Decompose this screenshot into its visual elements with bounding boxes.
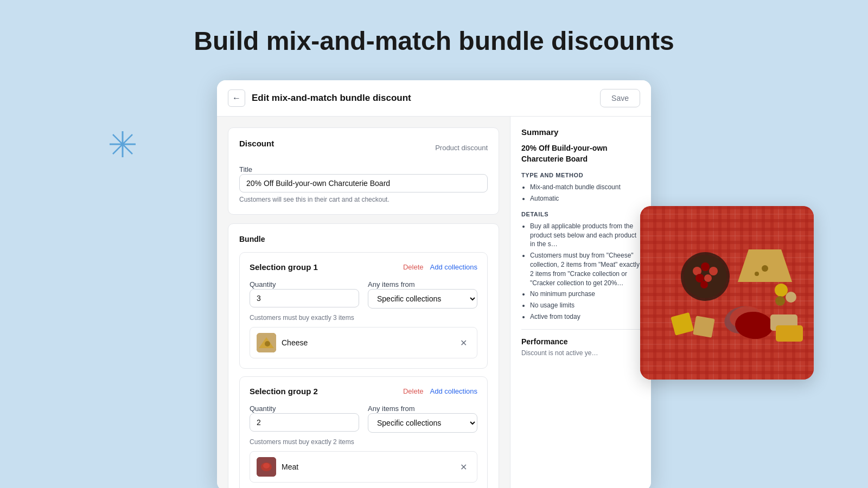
type-method-list: Mix-and-match bundle discount Automatic xyxy=(521,183,640,203)
summary-divider xyxy=(521,329,640,330)
group1-add-collections[interactable]: Add collections xyxy=(430,263,477,271)
svg-point-29 xyxy=(704,274,712,282)
performance-text: Discount is not active ye… xyxy=(521,349,640,357)
title-helper-text: Customers will see this in their cart an… xyxy=(239,196,488,203)
details-item-1: Buy all applicable products from the pro… xyxy=(530,222,640,249)
group2-qty-input[interactable] xyxy=(250,413,359,432)
group1-from-field: Any items from Specific collections xyxy=(368,279,477,309)
svg-rect-36 xyxy=(693,316,715,338)
group2-actions: Delete Add collections xyxy=(403,387,477,395)
group2-from-select[interactable]: Specific collections xyxy=(368,413,477,433)
svg-point-30 xyxy=(700,281,708,288)
group1-qty-input[interactable] xyxy=(250,289,359,307)
selection-group-1: Selection group 1 Delete Add collections… xyxy=(239,252,488,369)
modal-header: ← Edit mix-and-match bundle discount Sav… xyxy=(217,80,651,117)
group2-add-collections[interactable]: Add collections xyxy=(430,387,477,395)
svg-point-10 xyxy=(265,341,270,346)
discount-section: Discount Product discount Title Customer… xyxy=(228,127,499,215)
bundle-section-title: Bundle xyxy=(239,235,488,243)
modal-body: Discount Product discount Title Customer… xyxy=(217,117,651,488)
group1-from-select[interactable]: Specific collections xyxy=(368,289,477,309)
group2-qty-field: Quantity xyxy=(250,403,359,433)
cheese-remove-button[interactable]: ✕ xyxy=(457,337,470,349)
details-item-2: Customers must buy from "Cheese" collect… xyxy=(530,251,640,287)
charcuterie-svg xyxy=(640,206,814,380)
svg-point-27 xyxy=(709,267,718,275)
svg-point-43 xyxy=(786,292,796,303)
cheese-name: Cheese xyxy=(282,338,308,347)
svg-point-34 xyxy=(755,272,759,276)
meat-remove-button[interactable]: ✕ xyxy=(457,461,470,473)
group1-must-buy: Customers must buy exactly 3 items xyxy=(250,314,477,322)
summary-panel: Summary 20% Off Build-your-own Charcuter… xyxy=(510,117,651,488)
group2-must-buy: Customers must buy exactly 2 items xyxy=(250,438,477,446)
star-decoration-left xyxy=(108,130,137,163)
group2-qty-label: Quantity xyxy=(250,404,276,413)
group1-qty-label: Quantity xyxy=(250,280,276,288)
selection-group-2: Selection group 2 Delete Add collections… xyxy=(239,376,488,488)
svg-point-33 xyxy=(762,265,768,272)
photo-background xyxy=(640,206,814,380)
group1-title: Selection group 1 xyxy=(250,262,318,272)
group2-header: Selection group 2 Delete Add collections xyxy=(250,387,477,396)
group2-fields: Quantity Any items from Specific collect… xyxy=(250,403,477,433)
discount-type-label: Product discount xyxy=(435,144,488,152)
group1-qty-field: Quantity xyxy=(250,279,359,309)
bundle-section: Bundle Selection group 1 Delete Add coll… xyxy=(228,223,499,488)
svg-point-44 xyxy=(775,296,785,306)
details-item-5: Active from today xyxy=(530,312,640,322)
details-list: Buy all applicable products from the pro… xyxy=(521,222,640,322)
performance-title: Performance xyxy=(521,337,640,346)
group2-meat-left: Meat xyxy=(257,457,298,477)
group1-cheese-item: Cheese ✕ xyxy=(250,327,477,358)
modal-header-left: ← Edit mix-and-match bundle discount xyxy=(228,89,411,107)
title-field: Title Customers will see this in their c… xyxy=(239,164,488,203)
svg-rect-41 xyxy=(776,325,803,342)
page-title: Build mix-and-match bundle discounts xyxy=(0,0,868,73)
svg-point-26 xyxy=(701,262,710,271)
main-panel: Discount Product discount Title Customer… xyxy=(217,117,510,488)
group2-delete[interactable]: Delete xyxy=(403,387,424,395)
group1-actions: Delete Add collections xyxy=(403,263,477,271)
cheese-thumb xyxy=(257,333,276,352)
modal-title: Edit mix-and-match bundle discount xyxy=(252,93,411,104)
title-field-label: Title xyxy=(239,165,252,174)
meat-name: Meat xyxy=(282,463,298,471)
group1-header: Selection group 1 Delete Add collections xyxy=(250,262,477,272)
details-label: DETAILS xyxy=(521,211,640,217)
group1-fields: Quantity Any items from Specific collect… xyxy=(250,279,477,309)
group2-meat-item: Meat ✕ xyxy=(250,451,477,483)
type-item-1: Mix-and-match bundle discount xyxy=(530,183,640,192)
group1-delete[interactable]: Delete xyxy=(403,263,424,271)
save-button[interactable]: Save xyxy=(600,89,640,107)
group1-from-label: Any items from xyxy=(368,280,415,288)
summary-discount-name: 20% Off Build-your-own Charcuterie Board xyxy=(521,143,640,164)
meat-thumb xyxy=(257,457,276,477)
details-item-4: No usage limits xyxy=(530,301,640,310)
group2-from-field: Any items from Specific collections xyxy=(368,403,477,433)
type-method-label: TYPE AND METHOD xyxy=(521,172,640,178)
title-input[interactable] xyxy=(239,174,488,192)
group2-from-label: Any items from xyxy=(368,404,415,413)
discount-section-title: Discount xyxy=(239,139,274,148)
group2-title: Selection group 2 xyxy=(250,387,318,396)
svg-point-42 xyxy=(775,284,788,297)
charcuterie-photo xyxy=(640,206,814,380)
type-item-2: Automatic xyxy=(530,194,640,203)
summary-title: Summary xyxy=(521,127,640,137)
back-button[interactable]: ← xyxy=(228,89,245,107)
details-item-3: No minimum purchase xyxy=(530,290,640,299)
group1-cheese-left: Cheese xyxy=(257,333,308,352)
svg-point-13 xyxy=(263,463,270,468)
modal: ← Edit mix-and-match bundle discount Sav… xyxy=(217,80,651,488)
